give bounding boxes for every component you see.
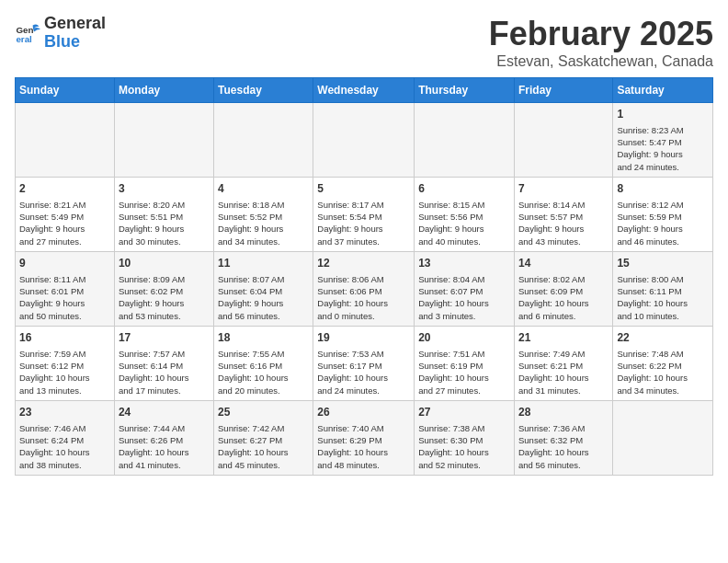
day-number: 4 (218, 181, 309, 197)
calendar-cell: 20Sunrise: 7:51 AM Sunset: 6:19 PM Dayli… (415, 326, 515, 400)
day-number: 12 (317, 256, 410, 271)
day-number: 28 (518, 405, 609, 420)
weekday-header-saturday: Saturday (613, 78, 713, 103)
week-row-4: 16Sunrise: 7:59 AM Sunset: 6:12 PM Dayli… (16, 326, 713, 400)
day-number: 14 (518, 256, 609, 271)
calendar-cell: 5Sunrise: 8:17 AM Sunset: 5:54 PM Daylig… (313, 177, 415, 251)
day-info: Sunrise: 8:23 AM Sunset: 5:47 PM Dayligh… (617, 124, 709, 173)
day-number: 22 (617, 330, 709, 346)
day-number: 23 (19, 405, 110, 420)
day-info: Sunrise: 8:21 AM Sunset: 5:49 PM Dayligh… (19, 199, 110, 247)
calendar-cell: 11Sunrise: 8:07 AM Sunset: 6:04 PM Dayli… (214, 251, 313, 326)
weekday-header-tuesday: Tuesday (214, 78, 313, 103)
calendar-cell: 6Sunrise: 8:15 AM Sunset: 5:56 PM Daylig… (415, 177, 515, 251)
calendar-cell: 1Sunrise: 8:23 AM Sunset: 5:47 PM Daylig… (613, 103, 713, 178)
day-info: Sunrise: 8:14 AM Sunset: 5:57 PM Dayligh… (518, 199, 609, 247)
day-info: Sunrise: 8:12 AM Sunset: 5:59 PM Dayligh… (617, 199, 709, 247)
day-number: 27 (418, 405, 510, 420)
day-number: 1 (617, 107, 709, 122)
calendar-cell: 3Sunrise: 8:20 AM Sunset: 5:51 PM Daylig… (114, 177, 213, 251)
week-row-1: 1Sunrise: 8:23 AM Sunset: 5:47 PM Daylig… (16, 103, 713, 178)
day-info: Sunrise: 8:02 AM Sunset: 6:09 PM Dayligh… (518, 273, 609, 322)
calendar-cell (214, 103, 313, 178)
calendar-cell: 4Sunrise: 8:18 AM Sunset: 5:52 PM Daylig… (214, 177, 313, 251)
calendar-cell: 21Sunrise: 7:49 AM Sunset: 6:21 PM Dayli… (514, 326, 612, 400)
calendar-cell: 13Sunrise: 8:04 AM Sunset: 6:07 PM Dayli… (415, 251, 515, 326)
week-row-2: 2Sunrise: 8:21 AM Sunset: 5:49 PM Daylig… (16, 177, 713, 251)
calendar-cell: 10Sunrise: 8:09 AM Sunset: 6:02 PM Dayli… (114, 251, 213, 326)
calendar-cell: 17Sunrise: 7:57 AM Sunset: 6:14 PM Dayli… (114, 326, 213, 400)
calendar-cell: 8Sunrise: 8:12 AM Sunset: 5:59 PM Daylig… (613, 177, 713, 251)
day-info: Sunrise: 8:11 AM Sunset: 6:01 PM Dayligh… (19, 273, 110, 322)
day-number: 8 (617, 181, 709, 197)
calendar-cell: 15Sunrise: 8:00 AM Sunset: 6:11 PM Dayli… (613, 251, 713, 326)
calendar-cell: 2Sunrise: 8:21 AM Sunset: 5:49 PM Daylig… (16, 177, 115, 251)
calendar-cell: 25Sunrise: 7:42 AM Sunset: 6:27 PM Dayli… (214, 400, 313, 475)
day-info: Sunrise: 7:38 AM Sunset: 6:30 PM Dayligh… (418, 422, 510, 471)
calendar-cell: 12Sunrise: 8:06 AM Sunset: 6:06 PM Dayli… (313, 251, 415, 326)
day-number: 19 (317, 330, 410, 346)
day-number: 21 (518, 330, 609, 346)
weekday-header-friday: Friday (514, 78, 612, 103)
day-number: 10 (119, 256, 210, 271)
day-number: 15 (617, 256, 709, 271)
calendar-cell: 24Sunrise: 7:44 AM Sunset: 6:26 PM Dayli… (114, 400, 213, 475)
calendar-cell: 19Sunrise: 7:53 AM Sunset: 6:17 PM Dayli… (313, 326, 415, 400)
day-info: Sunrise: 7:36 AM Sunset: 6:32 PM Dayligh… (518, 422, 609, 471)
day-info: Sunrise: 8:17 AM Sunset: 5:54 PM Dayligh… (317, 199, 410, 247)
day-info: Sunrise: 7:51 AM Sunset: 6:19 PM Dayligh… (418, 348, 510, 396)
calendar-cell (514, 103, 612, 178)
day-info: Sunrise: 8:09 AM Sunset: 6:02 PM Dayligh… (119, 273, 210, 322)
day-info: Sunrise: 7:46 AM Sunset: 6:24 PM Dayligh… (19, 422, 110, 471)
weekday-header-monday: Monday (114, 78, 213, 103)
weekday-header-row: SundayMondayTuesdayWednesdayThursdayFrid… (16, 78, 713, 103)
calendar-subtitle: Estevan, Saskatchewan, Canada (489, 53, 713, 70)
day-number: 17 (119, 330, 210, 346)
logo-general: General (44, 15, 106, 33)
day-number: 3 (119, 181, 210, 197)
calendar-cell (16, 103, 115, 178)
calendar-cell: 18Sunrise: 7:55 AM Sunset: 6:16 PM Dayli… (214, 326, 313, 400)
day-info: Sunrise: 8:00 AM Sunset: 6:11 PM Dayligh… (617, 273, 709, 322)
svg-text:eral: eral (16, 34, 32, 44)
day-info: Sunrise: 7:40 AM Sunset: 6:29 PM Dayligh… (317, 422, 410, 471)
day-number: 20 (418, 330, 510, 346)
weekday-header-wednesday: Wednesday (313, 78, 415, 103)
day-number: 25 (218, 405, 309, 420)
calendar-cell: 26Sunrise: 7:40 AM Sunset: 6:29 PM Dayli… (313, 400, 415, 475)
day-number: 18 (218, 330, 309, 346)
day-number: 24 (119, 405, 210, 420)
day-number: 13 (418, 256, 510, 271)
day-info: Sunrise: 8:15 AM Sunset: 5:56 PM Dayligh… (418, 199, 510, 247)
day-number: 7 (518, 181, 609, 197)
calendar-table: SundayMondayTuesdayWednesdayThursdayFrid… (15, 77, 713, 476)
calendar-title: February 2025 (489, 15, 713, 53)
day-info: Sunrise: 8:04 AM Sunset: 6:07 PM Dayligh… (418, 273, 510, 322)
calendar-cell (613, 400, 713, 475)
week-row-5: 23Sunrise: 7:46 AM Sunset: 6:24 PM Dayli… (16, 400, 713, 475)
day-info: Sunrise: 8:18 AM Sunset: 5:52 PM Dayligh… (218, 199, 309, 247)
header: Gen eral General Blue February 2025 Este… (15, 15, 713, 70)
calendar-cell: 7Sunrise: 8:14 AM Sunset: 5:57 PM Daylig… (514, 177, 612, 251)
day-number: 6 (418, 181, 510, 197)
day-number: 16 (19, 330, 110, 346)
week-row-3: 9Sunrise: 8:11 AM Sunset: 6:01 PM Daylig… (16, 251, 713, 326)
logo-icon: Gen eral (15, 20, 40, 46)
calendar-cell: 27Sunrise: 7:38 AM Sunset: 6:30 PM Dayli… (415, 400, 515, 475)
day-info: Sunrise: 7:44 AM Sunset: 6:26 PM Dayligh… (119, 422, 210, 471)
weekday-header-thursday: Thursday (415, 78, 515, 103)
day-info: Sunrise: 7:42 AM Sunset: 6:27 PM Dayligh… (218, 422, 309, 471)
calendar-cell (313, 103, 415, 178)
calendar-cell: 23Sunrise: 7:46 AM Sunset: 6:24 PM Dayli… (16, 400, 115, 475)
day-number: 9 (19, 256, 110, 271)
calendar-cell: 14Sunrise: 8:02 AM Sunset: 6:09 PM Dayli… (514, 251, 612, 326)
day-number: 11 (218, 256, 309, 271)
calendar-cell: 9Sunrise: 8:11 AM Sunset: 6:01 PM Daylig… (16, 251, 115, 326)
calendar-cell: 28Sunrise: 7:36 AM Sunset: 6:32 PM Dayli… (514, 400, 612, 475)
title-area: February 2025 Estevan, Saskatchewan, Can… (489, 15, 713, 70)
day-number: 26 (317, 405, 410, 420)
calendar-cell (114, 103, 213, 178)
day-info: Sunrise: 7:48 AM Sunset: 6:22 PM Dayligh… (617, 348, 709, 396)
day-info: Sunrise: 7:55 AM Sunset: 6:16 PM Dayligh… (218, 348, 309, 396)
calendar-cell (415, 103, 515, 178)
